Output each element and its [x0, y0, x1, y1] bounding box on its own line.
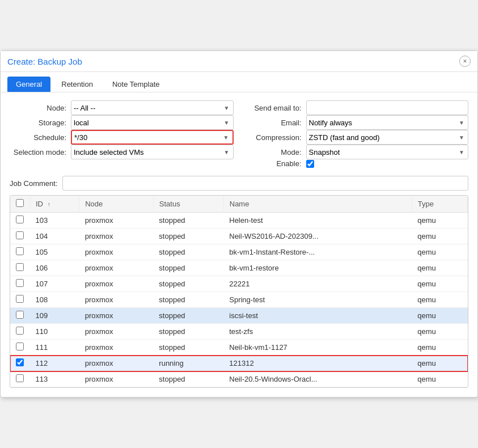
row-name: bk-vm1-Instant-Restore-...	[223, 244, 412, 260]
table-row[interactable]: 106 proxmox stopped bk-vm1-restore qemu	[10, 260, 468, 276]
row-status: stopped	[153, 260, 223, 276]
right-column: Send email to: Email: Notify always Noti…	[245, 100, 469, 168]
row-status: stopped	[153, 276, 223, 292]
row-node: proxmox	[79, 244, 154, 260]
row-node: proxmox	[79, 292, 154, 308]
storage-row: Storage: local local-lvm ▼	[10, 115, 234, 130]
tab-general[interactable]: General	[7, 77, 50, 92]
storage-label: Storage:	[10, 119, 66, 127]
row-node: proxmox	[79, 260, 154, 276]
row-type: qemu	[412, 356, 467, 371]
table-row[interactable]: 105 proxmox stopped bk-vm1-Instant-Resto…	[10, 244, 468, 260]
row-checkbox-cell	[10, 213, 30, 229]
schedule-row: Schedule: */30 */60 daily weekly ▼	[10, 130, 234, 145]
row-checkbox[interactable]	[16, 279, 24, 287]
table-row[interactable]: 108 proxmox stopped Spring-test qemu	[10, 292, 468, 308]
send-email-row: Send email to:	[245, 100, 469, 115]
row-node: proxmox	[79, 340, 154, 356]
row-checkbox[interactable]	[16, 327, 24, 335]
row-id: 112	[30, 356, 79, 371]
th-id-label: ID	[36, 200, 43, 208]
enable-checkbox[interactable]	[306, 160, 314, 168]
row-type: qemu	[412, 371, 467, 387]
row-status: running	[153, 356, 223, 371]
row-node: proxmox	[79, 356, 154, 371]
schedule-label: Schedule:	[10, 133, 66, 142]
th-status[interactable]: Status	[153, 196, 223, 213]
row-checkbox[interactable]	[16, 311, 24, 319]
compression-label: Compression:	[245, 133, 302, 142]
table-row[interactable]: 113 proxmox stopped Neil-20.5-Windows-Or…	[10, 371, 468, 387]
node-label: Node:	[10, 104, 66, 112]
enable-label: Enable:	[245, 159, 302, 168]
table-row[interactable]: 110 proxmox stopped test-zfs qemu	[10, 324, 468, 340]
tab-retention[interactable]: Retention	[53, 77, 101, 92]
row-name: test-zfs	[223, 324, 412, 340]
row-checkbox[interactable]	[16, 231, 24, 239]
row-checkbox[interactable]	[16, 295, 24, 303]
row-checkbox-cell	[10, 276, 30, 292]
row-checkbox[interactable]	[16, 215, 24, 223]
row-checkbox[interactable]	[16, 263, 24, 271]
th-type[interactable]: Type	[412, 196, 467, 213]
schedule-select[interactable]: */30 */60 daily weekly	[74, 133, 230, 142]
th-id[interactable]: ID ↑	[30, 196, 79, 213]
row-checkbox[interactable]	[16, 358, 24, 366]
left-column: Node: -- All -- proxmox ▼ Storage: local…	[10, 100, 234, 168]
row-name: 22221	[223, 276, 412, 292]
tab-note-template[interactable]: Note Template	[104, 77, 168, 92]
vm-table-wrapper[interactable]: ID ↑ Node Status Name Type 103 proxmox s…	[10, 196, 468, 387]
table-row[interactable]: 107 proxmox stopped 22221 qemu	[10, 276, 468, 292]
row-id: 107	[30, 276, 79, 292]
selection-mode-select[interactable]: Include selected VMs Exclude selected VM…	[74, 148, 231, 157]
select-all-checkbox[interactable]	[16, 199, 24, 207]
node-select-wrapper[interactable]: -- All -- proxmox ▼	[71, 100, 234, 115]
email-select-wrapper[interactable]: Notify always Notify on failure Never ▼	[306, 115, 469, 130]
mode-row: Mode: Snapshot Suspend Stop ▼	[245, 145, 469, 159]
row-type: qemu	[412, 229, 467, 244]
row-status: stopped	[153, 371, 223, 387]
vm-table: ID ↑ Node Status Name Type 103 proxmox s…	[10, 196, 468, 387]
mode-select-wrapper[interactable]: Snapshot Suspend Stop ▼	[306, 145, 469, 159]
send-email-input[interactable]	[306, 100, 469, 115]
close-button[interactable]: ×	[459, 56, 471, 67]
th-name[interactable]: Name	[223, 196, 412, 213]
table-row[interactable]: 103 proxmox stopped Helen-test qemu	[10, 213, 468, 229]
row-status: stopped	[153, 340, 223, 356]
storage-select-wrapper[interactable]: local local-lvm ▼	[71, 115, 234, 130]
table-row[interactable]: 111 proxmox stopped Neil-bk-vm1-1127 qem…	[10, 340, 468, 356]
row-name: Spring-test	[223, 292, 412, 308]
node-select[interactable]: -- All -- proxmox	[74, 104, 231, 112]
th-checkbox	[10, 196, 30, 213]
th-node[interactable]: Node	[79, 196, 154, 213]
row-node: proxmox	[79, 276, 154, 292]
dialog-title: Create: Backup Job	[7, 57, 82, 66]
comment-label: Job Comment:	[10, 179, 58, 188]
row-checkbox[interactable]	[16, 247, 24, 255]
row-status: stopped	[153, 308, 223, 324]
row-checkbox-cell	[10, 260, 30, 276]
row-name: bk-vm1-restore	[223, 260, 412, 276]
table-row[interactable]: 112 proxmox running 121312 qemu	[10, 356, 468, 371]
row-checkbox[interactable]	[16, 374, 24, 382]
row-status: stopped	[153, 292, 223, 308]
schedule-select-wrapper[interactable]: */30 */60 daily weekly ▼	[71, 130, 234, 145]
selection-mode-select-wrapper[interactable]: Include selected VMs Exclude selected VM…	[71, 145, 234, 159]
row-id: 103	[30, 213, 79, 229]
comment-row: Job Comment:	[1, 176, 477, 195]
comment-input[interactable]	[62, 176, 468, 191]
storage-select[interactable]: local local-lvm	[74, 119, 231, 127]
row-checkbox-cell	[10, 324, 30, 340]
row-id: 108	[30, 292, 79, 308]
email-select[interactable]: Notify always Notify on failure Never	[309, 119, 466, 127]
row-checkbox-cell	[10, 292, 30, 308]
mode-select[interactable]: Snapshot Suspend Stop	[309, 148, 466, 157]
compression-select-wrapper[interactable]: ZSTD (fast and good) LZO (fast) GZIP (go…	[306, 130, 469, 145]
table-row[interactable]: 104 proxmox stopped Neil-WS2016-AD-20230…	[10, 229, 468, 244]
row-checkbox[interactable]	[16, 343, 24, 350]
row-type: qemu	[412, 244, 467, 260]
compression-select[interactable]: ZSTD (fast and good) LZO (fast) GZIP (go…	[309, 133, 466, 142]
sort-asc-icon: ↑	[48, 201, 50, 208]
row-type: qemu	[412, 340, 467, 356]
table-row[interactable]: 109 proxmox stopped iscsi-test qemu	[10, 308, 468, 324]
